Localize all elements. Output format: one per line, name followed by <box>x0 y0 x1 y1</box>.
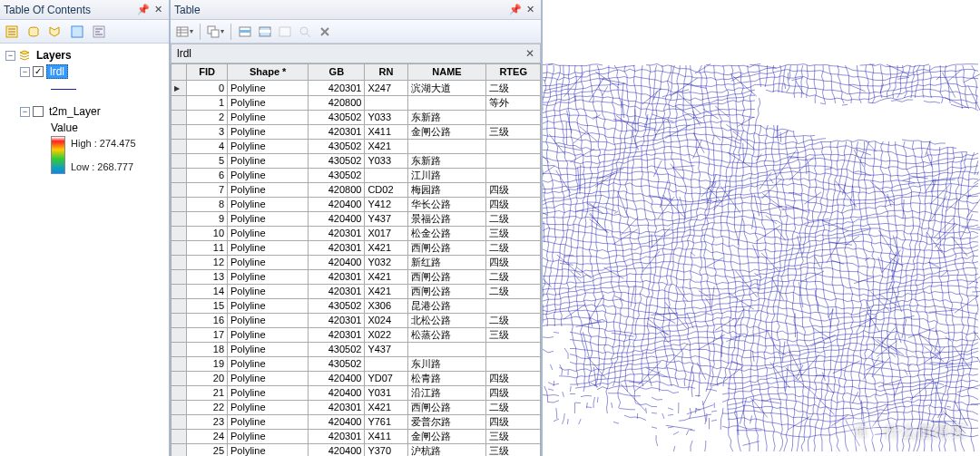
pin-icon[interactable]: 📌 <box>508 3 523 17</box>
tree-t2m-row[interactable]: − t2m_Layer <box>20 103 163 120</box>
row-selector[interactable] <box>172 314 187 328</box>
row-selector[interactable] <box>172 241 187 256</box>
row-selector[interactable] <box>172 140 187 154</box>
row-selector[interactable] <box>172 183 187 198</box>
table-row[interactable]: 15Polyline430502X306昆港公路 <box>172 299 541 314</box>
cell-rteg: 三级 <box>486 227 541 241</box>
table-row[interactable]: 13Polyline420301X421西闸公路二级 <box>172 270 541 285</box>
table-row[interactable]: 21Polyline420400Y031沿江路四级 <box>172 386 541 401</box>
table-row[interactable]: 4Polyline430502X421 <box>172 140 541 154</box>
options-icon[interactable] <box>89 22 109 42</box>
attribute-grid[interactable]: FID Shape * GB RN NAME RTEG 0Polyline420… <box>171 63 541 456</box>
row-selector-header[interactable] <box>172 64 187 81</box>
table-row[interactable]: 19Polyline430502东川路 <box>172 357 541 372</box>
row-selector[interactable] <box>172 212 187 227</box>
checkbox-unchecked-icon[interactable] <box>33 106 44 117</box>
close-icon[interactable]: ✕ <box>525 47 534 60</box>
table-row[interactable]: 3Polyline420301X411金闸公路三级 <box>172 125 541 140</box>
col-gb[interactable]: GB <box>309 64 365 81</box>
row-selector[interactable] <box>172 270 187 285</box>
col-rn[interactable]: RN <box>365 64 407 81</box>
table-row[interactable]: 7Polyline420800CD02梅园路四级 <box>172 183 541 198</box>
list-by-source-icon[interactable] <box>24 22 44 42</box>
close-icon[interactable]: ✕ <box>523 3 537 17</box>
cell-shape: Polyline <box>228 401 309 415</box>
table-row[interactable]: 9Polyline420400Y437景福公路二级 <box>172 212 541 227</box>
row-selector[interactable] <box>172 96 187 111</box>
row-selector[interactable] <box>172 154 187 169</box>
table-row[interactable]: 24Polyline420301X411金闸公路三级 <box>172 430 541 444</box>
list-by-drawing-icon[interactable] <box>2 22 22 42</box>
row-selector[interactable] <box>172 256 187 270</box>
table-row[interactable]: 25Polyline420400Y370沪杭路三级 <box>172 444 541 457</box>
map-view[interactable] <box>543 0 980 456</box>
table-row[interactable]: 1Polyline420800等外 <box>172 96 541 111</box>
table-row[interactable]: 11Polyline420301X421西闸公路二级 <box>172 241 541 256</box>
table-row[interactable]: 20Polyline420400YD07松青路四级 <box>172 372 541 386</box>
cell-rteg: 四级 <box>486 256 541 270</box>
checkbox-checked-icon[interactable] <box>33 66 44 77</box>
cell-gb: 430502 <box>309 111 365 125</box>
row-selector[interactable] <box>172 372 187 386</box>
table-row[interactable]: 10Polyline420301X017松金公路三级 <box>172 227 541 241</box>
table-row[interactable]: 16Polyline420301X024北松公路二级 <box>172 314 541 328</box>
tree-lrdl-row[interactable]: − lrdl <box>20 63 163 80</box>
row-selector[interactable] <box>172 111 187 125</box>
expand-icon[interactable]: − <box>20 107 30 117</box>
cell-rn: X017 <box>365 227 407 241</box>
zoom-selected-icon[interactable] <box>296 22 314 42</box>
row-selector[interactable] <box>172 401 187 415</box>
table-row[interactable]: 5Polyline430502Y033东新路 <box>172 154 541 169</box>
row-selector[interactable] <box>172 169 187 183</box>
row-selector[interactable] <box>172 125 187 140</box>
row-selector[interactable] <box>172 299 187 314</box>
table-row[interactable]: 8Polyline420400Y412华长公路四级 <box>172 198 541 212</box>
row-selector[interactable] <box>172 285 187 299</box>
col-shape[interactable]: Shape * <box>228 64 309 81</box>
row-selector[interactable] <box>172 328 187 343</box>
cell-name: 爱普尔路 <box>407 415 486 430</box>
row-selector[interactable] <box>172 444 187 457</box>
col-fid[interactable]: FID <box>187 64 228 81</box>
switch-selection-icon[interactable] <box>256 22 274 42</box>
delete-selected-icon[interactable] <box>316 22 334 42</box>
table-row[interactable]: 23Polyline420400Y761爱普尔路四级 <box>172 415 541 430</box>
table-row[interactable]: 17Polyline420301X022松蒸公路三级 <box>172 328 541 343</box>
col-name[interactable]: NAME <box>407 64 486 81</box>
tree-layers-row[interactable]: − Layers <box>5 47 163 63</box>
table-row[interactable]: 18Polyline430502Y437 <box>172 343 541 357</box>
row-selector[interactable] <box>172 386 187 401</box>
expand-icon[interactable]: − <box>20 67 30 77</box>
row-selector[interactable] <box>172 81 187 96</box>
cell-fid: 20 <box>187 372 228 386</box>
cell-gb: 430502 <box>309 154 365 169</box>
table-options-icon[interactable] <box>174 22 195 42</box>
table-row[interactable]: 22Polyline420301X421西闸公路二级 <box>172 401 541 415</box>
list-by-visibility-icon[interactable] <box>45 22 65 42</box>
cell-rn: Y032 <box>365 256 407 270</box>
table-row[interactable]: 0Polyline420301X247滨湖大道二级 <box>172 81 541 96</box>
select-by-attrs-icon[interactable] <box>236 22 254 42</box>
related-tables-icon[interactable] <box>205 22 226 42</box>
col-rteg[interactable]: RTEG <box>486 64 541 81</box>
row-selector[interactable] <box>172 415 187 430</box>
pin-icon[interactable]: 📌 <box>136 3 151 17</box>
row-selector[interactable] <box>172 227 187 241</box>
cell-fid: 10 <box>187 227 228 241</box>
row-selector[interactable] <box>172 198 187 212</box>
close-icon[interactable]: ✕ <box>151 3 165 17</box>
table-header: Table 📌 ✕ <box>171 0 541 20</box>
row-selector[interactable] <box>172 343 187 357</box>
clear-selection-icon[interactable] <box>276 22 294 42</box>
cell-rteg: 三级 <box>486 444 541 457</box>
row-selector[interactable] <box>172 430 187 444</box>
cell-fid: 17 <box>187 328 228 343</box>
table-row[interactable]: 2Polyline430502Y033东新路 <box>172 111 541 125</box>
table-row[interactable]: 12Polyline420400Y032新红路四级 <box>172 256 541 270</box>
expand-icon[interactable]: − <box>5 51 15 61</box>
list-by-selection-icon[interactable] <box>67 22 87 42</box>
row-selector[interactable] <box>172 357 187 372</box>
table-row[interactable]: 14Polyline420301X421西闸公路二级 <box>172 285 541 299</box>
layer-tab[interactable]: lrdl ✕ <box>171 44 541 63</box>
table-row[interactable]: 6Polyline430502江川路 <box>172 169 541 183</box>
